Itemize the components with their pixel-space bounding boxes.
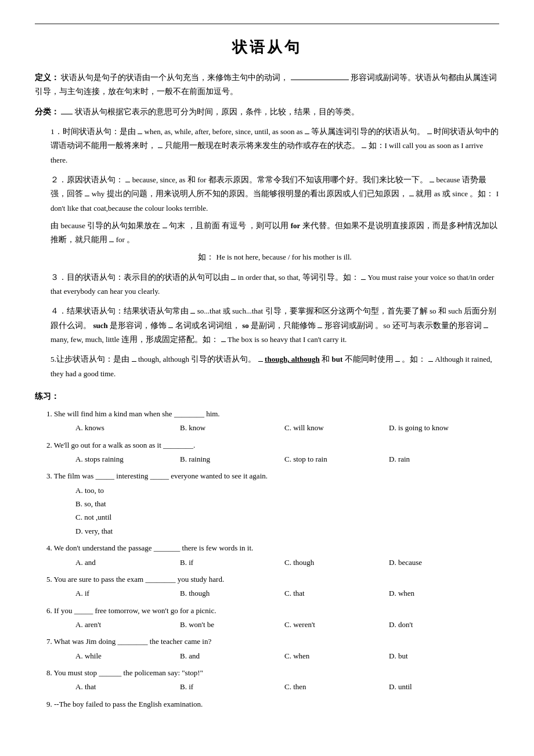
item1-section: 1．时间状语从句：是由 when, as, while, after, befo… — [35, 125, 499, 167]
classification-section: 分类： 状语从句根据它表示的意思可分为时间，原因，条件，比较，结果，目的等类。 — [35, 105, 499, 119]
definition-label: 定义： — [35, 73, 59, 82]
definition-content1: 状语从句是句子的状语由一个从句充当，来修饰主句中的动词， — [61, 73, 288, 82]
exercises-title: 练习： — [35, 389, 499, 404]
question-9: 9. --The boy failed to pass the English … — [35, 697, 499, 711]
item4-text1: ４．结果状语从句：结果状语从句常由 so...that 或 such...tha… — [50, 304, 499, 347]
item2-text1: ２．原因状语从句： because, since, as 和 for 都表示原因… — [50, 173, 499, 215]
question-6: 6. If you _____ free tomorrow, we won't … — [35, 604, 499, 632]
question-1: 1. She will find him a kind man when she… — [35, 407, 499, 435]
definition-blank — [291, 80, 349, 80]
item5-text: 5.让步状语从句：是由 though, although 引导的状语从句。 th… — [50, 352, 499, 381]
options-2: A. stops raining B. raining C. stop to r… — [46, 452, 499, 466]
question-7: 7. What was Jim doing ________ the teach… — [35, 635, 499, 663]
top-divider — [35, 23, 499, 24]
question-8: 8. You must stop ______ the policeman sa… — [35, 666, 499, 694]
question-3: 3. The film was _____ interesting _____ … — [35, 469, 499, 538]
options-6: A. aren't B. won't be C. weren't D. don'… — [46, 618, 499, 631]
item1-text: 1．时间状语从句：是由 when, as, while, after, befo… — [50, 125, 499, 167]
definition-text: 定义： 状语从句是句子的状语由一个从句充当，来修饰主句中的动词， 形容词或副词等… — [35, 71, 499, 99]
item3-text: ３．目的状语从句：表示目的的状语的从句可以由 in order that, so… — [50, 271, 499, 299]
question-5: 5. You are sure to pass the exam _______… — [35, 573, 499, 600]
classification-label: 分类： — [35, 107, 59, 116]
options-4: A. and B. if C. though D. because — [46, 556, 499, 569]
classification-blank — [61, 114, 73, 114]
question-2: 2. We'll go out for a walk as soon as it… — [35, 438, 499, 466]
options-3: A. too, to B. so, that C. not ,until D. … — [46, 484, 499, 538]
options-5: A. if B. though C. that D. when — [46, 586, 499, 600]
item2-text2: 由 because 引导的从句如果放在 句末 ，且前面 有逗号 ，则可以用 fo… — [50, 219, 499, 247]
options-1: A. knows B. know C. will know D. is goin… — [46, 421, 499, 434]
item5-section: 5.让步状语从句：是由 though, although 引导的状语从句。 th… — [35, 352, 499, 381]
definition-section: 定义： 状语从句是句子的状语由一个从句充当，来修饰主句中的动词， 形容词或副词等… — [35, 71, 499, 99]
classification-text: 分类： 状语从句根据它表示的意思可分为时间，原因，条件，比较，结果，目的等类。 — [35, 105, 499, 119]
options-8: A. that B. if C. then D. until — [46, 680, 499, 693]
exercises-section: 练习： 1. She will find him a kind man when… — [35, 389, 499, 711]
item2-section: ２．原因状语从句： because, since, as 和 for 都表示原因… — [35, 173, 499, 265]
question-4: 4. We don't understand the passage _____… — [35, 541, 499, 569]
item2-example: 如： He is not here, because / for his mot… — [50, 250, 499, 264]
item3-section: ３．目的状语从句：表示目的的状语的从句可以由 in order that, so… — [35, 271, 499, 299]
item4-section: ４．结果状语从句：结果状语从句常由 so...that 或 such...tha… — [35, 304, 499, 347]
options-7: A. while B. and C. when D. but — [46, 649, 499, 663]
page-title: 状语从句 — [35, 35, 499, 60]
